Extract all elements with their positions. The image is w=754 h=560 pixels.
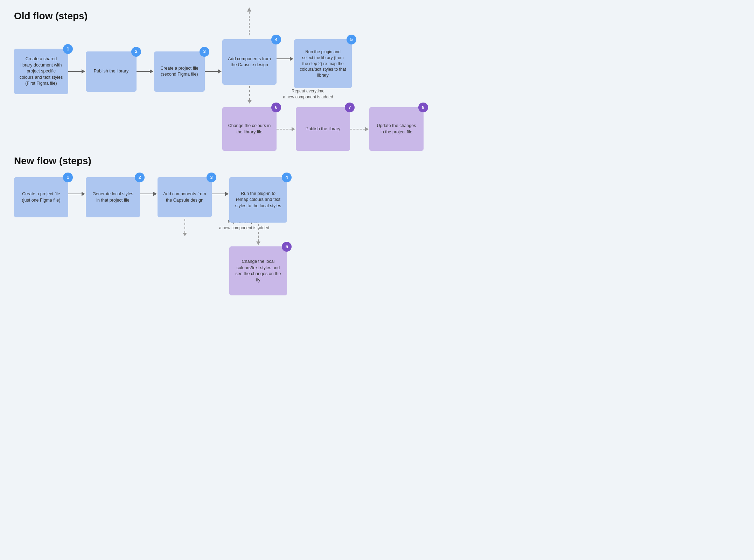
- new-step-4-area: Run the plug-in to remap colours and tex…: [229, 177, 287, 295]
- badge-8: 8: [418, 103, 428, 112]
- arrow-3-4: [205, 69, 222, 74]
- new-arrow-1-2: [68, 192, 86, 196]
- new-down-arrow-3: [183, 217, 187, 236]
- new-flow-title: New flow (steps): [14, 155, 740, 167]
- new-step-3-area: Add components from the Capsule design 3…: [158, 177, 212, 236]
- badge-2: 2: [131, 47, 141, 57]
- old-flow-title: Old flow (steps): [14, 10, 740, 22]
- new-badge-5: 5: [282, 242, 292, 252]
- new-flow-section: New flow (steps) Create a project file (…: [14, 155, 740, 295]
- new-step-3: Add components from the Capsule design 3: [158, 177, 212, 217]
- old-step-4: Add components from the Capsule design 4: [222, 39, 277, 85]
- badge-7: 7: [345, 103, 355, 112]
- new-step-5: Change the local colours/text styles and…: [229, 246, 287, 295]
- old-step-6: Change the colours in the library file 6: [222, 107, 277, 151]
- new-step-4: Run the plug-in to remap colours and tex…: [229, 177, 287, 223]
- arrow-7-8: [350, 127, 369, 131]
- new-badge-3: 3: [207, 173, 216, 182]
- new-arrow-3-4: [212, 192, 229, 196]
- new-badge-2: 2: [135, 173, 145, 182]
- old-step-5-area: Run the plugin and select the library (f…: [277, 39, 352, 88]
- arrow-6-7: [277, 127, 296, 131]
- new-flow-top-row: Create a project file (just one Figma fi…: [14, 177, 740, 295]
- old-step-4-area: Add components from the Capsule design 4…: [222, 39, 277, 104]
- down-arrow-4-6: [247, 85, 252, 104]
- arrow-1-2: [68, 69, 86, 74]
- arrow-4-5: [277, 57, 294, 61]
- badge-1: 1: [63, 44, 73, 54]
- old-bottom-row: Change the colours in the library file 6…: [14, 107, 740, 151]
- old-step-5: Run the plugin and select the library (f…: [294, 39, 352, 88]
- repeat-label-old: Repeat everytimea new component is added: [282, 88, 334, 100]
- arrow-2-3: [137, 69, 154, 74]
- old-step-1: Create a shared library document with pr…: [14, 49, 68, 94]
- old-step-7: Publish the library 7: [296, 107, 350, 151]
- new-step-2: Generate local styles in that project fi…: [86, 177, 140, 217]
- badge-5: 5: [347, 35, 356, 44]
- new-step-1: Create a project file (just one Figma fi…: [14, 177, 68, 217]
- badge-6: 6: [271, 103, 281, 112]
- old-step-8: Update the changes in the project file 8: [369, 107, 424, 151]
- new-badge-4: 4: [282, 173, 292, 182]
- badge-3: 3: [200, 47, 209, 57]
- new-arrow-2-3: [140, 192, 158, 196]
- new-badge-1: 1: [63, 173, 73, 182]
- badge-4: 4: [271, 35, 281, 44]
- old-step-3: Create a project file (second Figma file…: [154, 51, 205, 92]
- old-flow-section: Old flow (steps) Create a shared library…: [14, 10, 740, 124]
- old-step-2: Publish the library 2: [86, 51, 137, 92]
